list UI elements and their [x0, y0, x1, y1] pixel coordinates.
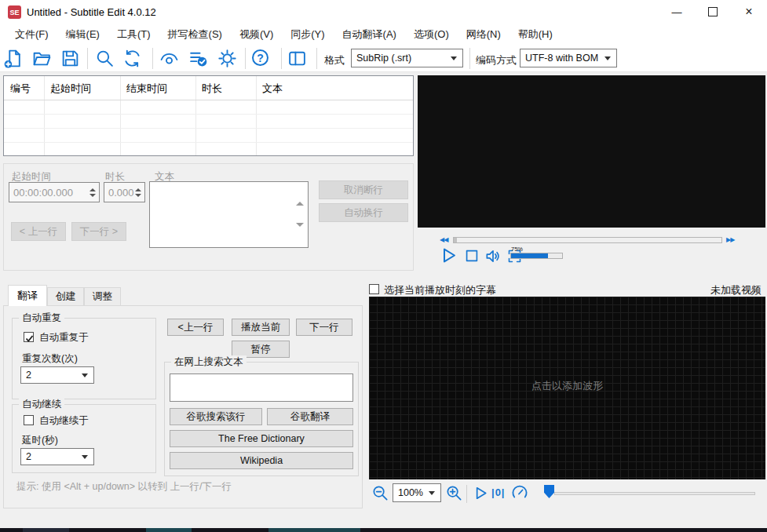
web-search-group-title: 在网上搜索文本 — [171, 355, 247, 369]
open-file-button[interactable] — [32, 49, 52, 68]
waveform-zoom-in-button[interactable] — [445, 484, 463, 502]
menu-autotranslate[interactable]: 自动翻译(A) — [334, 24, 405, 45]
next-line-button[interactable]: 下一行 > — [71, 222, 126, 241]
auto-continue-checkbox-label[interactable]: 自动继续于 — [39, 414, 89, 428]
toolbar-separator — [87, 48, 88, 69]
select-current-subtitle-checkbox[interactable] — [369, 284, 379, 294]
duration-value: 0.000 — [104, 187, 135, 199]
seek-forward-icon[interactable]: ▶▶ — [726, 236, 734, 243]
chevron-down-icon — [82, 455, 88, 459]
menu-spellcheck[interactable]: 拼写检查(S) — [159, 24, 231, 45]
table-row[interactable] — [4, 100, 413, 115]
wikipedia-button[interactable]: Wikipedia — [170, 452, 353, 469]
settings-button[interactable] — [217, 49, 237, 68]
menu-help[interactable]: 帮助(H) — [510, 24, 561, 45]
tab-adjust[interactable]: 调整 — [84, 287, 121, 305]
table-row[interactable] — [4, 142, 413, 157]
layout-button[interactable] — [287, 49, 307, 68]
column-start-time[interactable]: 起始时间 — [44, 76, 120, 100]
web-search-input[interactable] — [170, 373, 353, 402]
scroll-down-icon[interactable] — [296, 227, 304, 241]
waveform-area[interactable]: 点击以添加波形 — [369, 297, 765, 479]
menu-video[interactable]: 视频(V) — [231, 24, 282, 45]
titlebar[interactable]: SE Untitled - Subtitle Edit 4.0.12 — × — [0, 0, 767, 24]
subtitle-text-area[interactable] — [149, 181, 309, 248]
help-icon: ? — [257, 52, 264, 64]
spinner-arrows[interactable] — [135, 188, 141, 197]
close-icon: × — [745, 5, 752, 19]
column-text[interactable]: 文本 — [256, 76, 413, 100]
maximize-button[interactable] — [695, 0, 731, 24]
playback-speed-button[interactable] — [510, 483, 529, 502]
select-current-subtitle-label[interactable]: 选择当前播放时刻的字幕 — [384, 283, 496, 297]
visual-sync-button[interactable] — [159, 49, 179, 68]
table-row[interactable] — [4, 114, 413, 129]
column-number[interactable]: 编号 — [4, 76, 44, 100]
google-translate-button[interactable]: 谷歌翻译 — [267, 408, 353, 425]
play-current-button[interactable]: 播放当前 — [232, 319, 290, 336]
minimize-button[interactable]: — — [659, 0, 695, 24]
auto-continue-group-title: 自动继续 — [19, 398, 64, 411]
menu-network[interactable]: 网络(N) — [458, 24, 510, 45]
seek-back-icon[interactable]: ◀◀ — [440, 236, 447, 243]
subtitle-list[interactable]: 编号 起始时间 结束时间 时长 文本 — [3, 75, 414, 156]
delay-select[interactable]: 2 — [20, 448, 94, 465]
toolbar-separator — [281, 48, 282, 69]
auto-continue-checkbox[interactable] — [24, 415, 34, 425]
menu-sync[interactable]: 同步(Y) — [282, 24, 333, 45]
toolbar-separator — [469, 48, 470, 69]
spinner-arrows[interactable] — [89, 188, 96, 197]
chevron-down-icon — [429, 491, 435, 495]
video-stop-button[interactable] — [463, 247, 480, 264]
google-search-line-button[interactable]: 谷歌搜索该行 — [170, 408, 262, 425]
repeat-count-select[interactable]: 2 — [20, 366, 94, 384]
tab-translate[interactable]: 翻译 — [8, 285, 47, 306]
encoding-select[interactable]: UTF-8 with BOM — [520, 49, 617, 67]
translate-prev-line-button[interactable]: <上一行 — [167, 319, 224, 336]
volume-slider[interactable] — [510, 253, 563, 259]
translate-next-line-button[interactable]: 下一行 — [296, 319, 352, 336]
save-button[interactable] — [60, 49, 80, 68]
unbreak-button[interactable]: 取消断行 — [319, 180, 408, 199]
column-end-time[interactable]: 结束时间 — [120, 76, 195, 100]
spell-check-button[interactable] — [188, 49, 208, 68]
waveform-play-button[interactable] — [471, 484, 489, 502]
format-select[interactable]: SubRip (.srt) — [351, 49, 463, 67]
help-button[interactable]: ? — [252, 49, 268, 66]
table-row[interactable] — [4, 128, 413, 143]
slider-thumb[interactable] — [544, 485, 554, 498]
video-play-button[interactable] — [437, 245, 458, 266]
scroll-up-icon[interactable] — [296, 188, 304, 202]
find-button[interactable] — [95, 49, 115, 68]
menu-edit[interactable]: 编辑(E) — [57, 24, 108, 45]
mute-button[interactable] — [484, 247, 502, 265]
start-time-field[interactable]: 00:00:00.000 — [9, 182, 100, 202]
auto-repeat-checkbox-label[interactable]: 自动重复于 — [39, 331, 89, 344]
menu-file[interactable]: 文件(F) — [6, 24, 57, 45]
start-time-value: 00:00:00.000 — [9, 187, 89, 199]
auto-repeat-checkbox[interactable] — [24, 332, 34, 342]
close-button[interactable]: × — [731, 0, 767, 24]
new-subtitle-button[interactable] — [4, 49, 24, 68]
duration-field[interactable]: 0.000 — [104, 182, 145, 202]
replace-button[interactable] — [122, 49, 142, 68]
column-duration[interactable]: 时长 — [195, 76, 256, 100]
delay-value: 2 — [21, 451, 82, 462]
waveform-zoom-select[interactable]: 100% — [393, 483, 441, 502]
app-icon: SE — [8, 5, 21, 19]
auto-break-button[interactable]: 自动换行 — [319, 203, 408, 222]
free-dictionary-button[interactable]: The Free Dictionary — [170, 430, 353, 447]
prev-line-button[interactable]: < 上一行 — [11, 222, 66, 241]
seek-position[interactable] — [454, 238, 457, 242]
play-from-start-button[interactable]: |0| — [491, 486, 506, 498]
menu-bar: 文件(F) 编辑(E) 工具(T) 拼写检查(S) 视频(V) 同步(Y) 自动… — [0, 24, 767, 45]
menu-options[interactable]: 选项(O) — [405, 24, 458, 45]
tab-create[interactable]: 创建 — [47, 287, 84, 305]
waveform-zoom-out-button[interactable] — [371, 484, 389, 502]
volume-fill — [511, 253, 548, 258]
hint-text: 提示: 使用 <Alt + up/down> 以转到 上一行/下一行 — [16, 480, 232, 494]
video-seekbar[interactable] — [453, 237, 722, 243]
waveform-position-slider[interactable] — [554, 492, 755, 495]
menu-tools[interactable]: 工具(T) — [108, 24, 159, 45]
video-display[interactable] — [418, 75, 765, 228]
